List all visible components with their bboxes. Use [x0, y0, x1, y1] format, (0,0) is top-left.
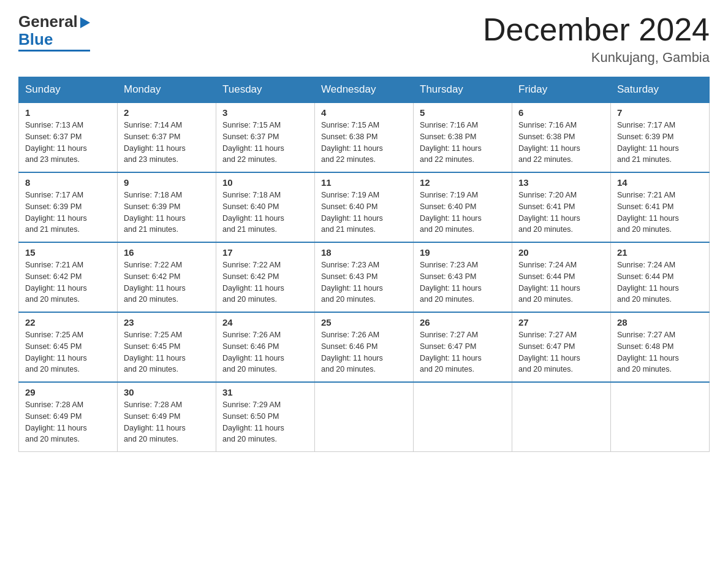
day-number: 20 — [518, 247, 604, 258]
calendar-week-row: 29Sunrise: 7:28 AM Sunset: 6:49 PM Dayli… — [19, 382, 710, 452]
day-info: Sunrise: 7:15 AM Sunset: 6:38 PM Dayligh… — [321, 120, 407, 166]
day-info: Sunrise: 7:13 AM Sunset: 6:37 PM Dayligh… — [25, 120, 111, 166]
day-number: 1 — [25, 107, 111, 118]
calendar-cell: 28Sunrise: 7:27 AM Sunset: 6:48 PM Dayli… — [611, 312, 710, 382]
calendar-cell: 8Sunrise: 7:17 AM Sunset: 6:39 PM Daylig… — [19, 172, 118, 242]
calendar-cell: 10Sunrise: 7:18 AM Sunset: 6:40 PM Dayli… — [216, 172, 315, 242]
calendar-cell: 6Sunrise: 7:16 AM Sunset: 6:38 PM Daylig… — [512, 102, 611, 172]
calendar-cell: 14Sunrise: 7:21 AM Sunset: 6:41 PM Dayli… — [611, 172, 710, 242]
day-info: Sunrise: 7:22 AM Sunset: 6:42 PM Dayligh… — [124, 259, 210, 305]
calendar-table: SundayMondayTuesdayWednesdayThursdayFrid… — [18, 77, 710, 452]
calendar-cell: 3Sunrise: 7:15 AM Sunset: 6:37 PM Daylig… — [216, 102, 315, 172]
day-number: 22 — [25, 317, 111, 327]
day-number: 14 — [617, 177, 703, 188]
day-info: Sunrise: 7:21 AM Sunset: 6:41 PM Dayligh… — [617, 190, 703, 236]
calendar-day-header: Sunday — [19, 77, 118, 103]
calendar-cell: 15Sunrise: 7:21 AM Sunset: 6:42 PM Dayli… — [19, 242, 118, 312]
calendar-cell: 1Sunrise: 7:13 AM Sunset: 6:37 PM Daylig… — [19, 102, 118, 172]
day-info: Sunrise: 7:15 AM Sunset: 6:37 PM Dayligh… — [222, 120, 308, 166]
day-info: Sunrise: 7:23 AM Sunset: 6:43 PM Dayligh… — [321, 259, 407, 305]
day-number: 18 — [321, 247, 407, 258]
calendar-cell: 26Sunrise: 7:27 AM Sunset: 6:47 PM Dayli… — [414, 312, 512, 382]
day-number: 15 — [25, 247, 111, 258]
day-number: 19 — [420, 247, 506, 258]
calendar-day-header: Thursday — [414, 77, 512, 103]
calendar-day-header: Friday — [512, 77, 611, 103]
calendar-cell: 5Sunrise: 7:16 AM Sunset: 6:38 PM Daylig… — [414, 102, 512, 172]
calendar-cell — [414, 382, 512, 452]
page-header: General Blue December 2024 Kunkujang, Ga… — [18, 12, 710, 66]
calendar-cell: 31Sunrise: 7:29 AM Sunset: 6:50 PM Dayli… — [216, 382, 315, 452]
day-info: Sunrise: 7:19 AM Sunset: 6:40 PM Dayligh… — [321, 190, 407, 236]
logo-underline — [18, 50, 90, 52]
day-info: Sunrise: 7:27 AM Sunset: 6:48 PM Dayligh… — [617, 329, 703, 375]
day-info: Sunrise: 7:17 AM Sunset: 6:39 PM Dayligh… — [617, 120, 703, 166]
day-number: 29 — [25, 387, 111, 397]
day-info: Sunrise: 7:18 AM Sunset: 6:40 PM Dayligh… — [222, 190, 308, 236]
calendar-cell: 11Sunrise: 7:19 AM Sunset: 6:40 PM Dayli… — [315, 172, 414, 242]
calendar-day-header: Monday — [118, 77, 216, 103]
calendar-cell — [611, 382, 710, 452]
day-info: Sunrise: 7:24 AM Sunset: 6:44 PM Dayligh… — [518, 259, 604, 305]
calendar-week-row: 22Sunrise: 7:25 AM Sunset: 6:45 PM Dayli… — [19, 312, 710, 382]
calendar-cell — [315, 382, 414, 452]
day-info: Sunrise: 7:24 AM Sunset: 6:44 PM Dayligh… — [617, 259, 703, 305]
logo-general-text: General — [18, 12, 78, 31]
day-number: 9 — [124, 177, 210, 188]
calendar-day-header: Tuesday — [216, 77, 315, 103]
day-info: Sunrise: 7:27 AM Sunset: 6:47 PM Dayligh… — [518, 329, 604, 375]
day-number: 13 — [518, 177, 604, 188]
day-info: Sunrise: 7:19 AM Sunset: 6:40 PM Dayligh… — [420, 190, 506, 236]
logo-blue-text: Blue — [18, 30, 53, 49]
calendar-cell: 20Sunrise: 7:24 AM Sunset: 6:44 PM Dayli… — [512, 242, 611, 312]
day-info: Sunrise: 7:16 AM Sunset: 6:38 PM Dayligh… — [518, 120, 604, 166]
calendar-header-row: SundayMondayTuesdayWednesdayThursdayFrid… — [19, 77, 710, 103]
day-info: Sunrise: 7:14 AM Sunset: 6:37 PM Dayligh… — [124, 120, 210, 166]
day-number: 8 — [25, 177, 111, 188]
calendar-cell: 12Sunrise: 7:19 AM Sunset: 6:40 PM Dayli… — [414, 172, 512, 242]
day-info: Sunrise: 7:21 AM Sunset: 6:42 PM Dayligh… — [25, 259, 111, 305]
day-info: Sunrise: 7:20 AM Sunset: 6:41 PM Dayligh… — [518, 190, 604, 236]
day-number: 7 — [617, 107, 703, 118]
day-info: Sunrise: 7:23 AM Sunset: 6:43 PM Dayligh… — [420, 259, 506, 305]
day-number: 10 — [222, 177, 308, 188]
day-number: 28 — [617, 317, 703, 327]
day-info: Sunrise: 7:16 AM Sunset: 6:38 PM Dayligh… — [420, 120, 506, 166]
day-info: Sunrise: 7:26 AM Sunset: 6:46 PM Dayligh… — [321, 329, 407, 375]
day-number: 6 — [518, 107, 604, 118]
calendar-cell: 25Sunrise: 7:26 AM Sunset: 6:46 PM Dayli… — [315, 312, 414, 382]
calendar-cell: 23Sunrise: 7:25 AM Sunset: 6:45 PM Dayli… — [118, 312, 216, 382]
calendar-cell: 16Sunrise: 7:22 AM Sunset: 6:42 PM Dayli… — [118, 242, 216, 312]
day-number: 25 — [321, 317, 407, 327]
calendar-cell: 18Sunrise: 7:23 AM Sunset: 6:43 PM Dayli… — [315, 242, 414, 312]
calendar-cell: 17Sunrise: 7:22 AM Sunset: 6:42 PM Dayli… — [216, 242, 315, 312]
day-number: 24 — [222, 317, 308, 327]
day-number: 27 — [518, 317, 604, 327]
calendar-cell: 21Sunrise: 7:24 AM Sunset: 6:44 PM Dayli… — [611, 242, 710, 312]
day-number: 5 — [420, 107, 506, 118]
calendar-day-header: Saturday — [611, 77, 710, 103]
day-number: 11 — [321, 177, 407, 188]
day-number: 31 — [222, 387, 308, 397]
calendar-week-row: 15Sunrise: 7:21 AM Sunset: 6:42 PM Dayli… — [19, 242, 710, 312]
day-number: 30 — [124, 387, 210, 397]
day-info: Sunrise: 7:25 AM Sunset: 6:45 PM Dayligh… — [25, 329, 111, 375]
day-number: 23 — [124, 317, 210, 327]
location: Kunkujang, Gambia — [483, 50, 710, 66]
day-info: Sunrise: 7:28 AM Sunset: 6:49 PM Dayligh… — [124, 399, 210, 445]
calendar-cell — [512, 382, 611, 452]
day-number: 26 — [420, 317, 506, 327]
day-number: 21 — [617, 247, 703, 258]
day-number: 4 — [321, 107, 407, 118]
day-number: 17 — [222, 247, 308, 258]
day-info: Sunrise: 7:27 AM Sunset: 6:47 PM Dayligh… — [420, 329, 506, 375]
day-info: Sunrise: 7:22 AM Sunset: 6:42 PM Dayligh… — [222, 259, 308, 305]
calendar-cell: 22Sunrise: 7:25 AM Sunset: 6:45 PM Dayli… — [19, 312, 118, 382]
day-info: Sunrise: 7:28 AM Sunset: 6:49 PM Dayligh… — [25, 399, 111, 445]
calendar-week-row: 1Sunrise: 7:13 AM Sunset: 6:37 PM Daylig… — [19, 102, 710, 172]
calendar-cell: 24Sunrise: 7:26 AM Sunset: 6:46 PM Dayli… — [216, 312, 315, 382]
calendar-cell: 4Sunrise: 7:15 AM Sunset: 6:38 PM Daylig… — [315, 102, 414, 172]
calendar-day-header: Wednesday — [315, 77, 414, 103]
calendar-cell: 30Sunrise: 7:28 AM Sunset: 6:49 PM Dayli… — [118, 382, 216, 452]
calendar-cell: 27Sunrise: 7:27 AM Sunset: 6:47 PM Dayli… — [512, 312, 611, 382]
